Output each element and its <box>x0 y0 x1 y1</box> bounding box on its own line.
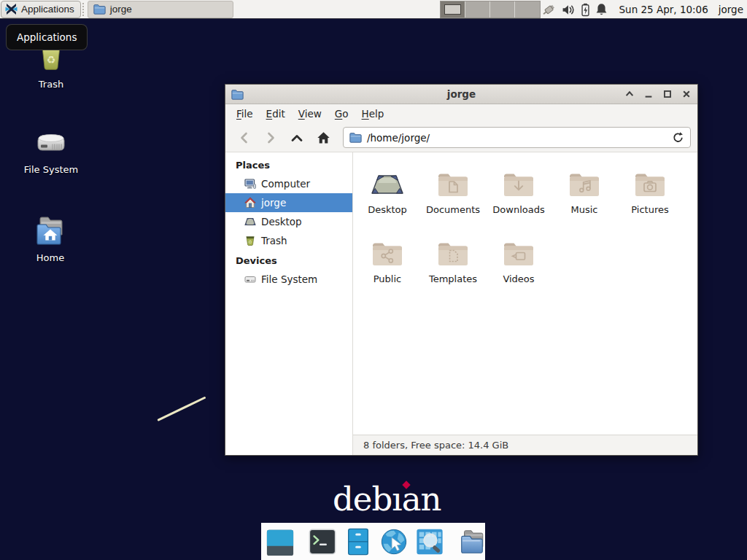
desktop-icon-filesystem[interactable]: File System <box>20 124 82 175</box>
file-item-music[interactable]: Music <box>551 162 617 231</box>
up-button[interactable] <box>285 127 309 149</box>
folder-share-icon <box>355 231 420 269</box>
menu-edit[interactable]: Edit <box>260 105 292 122</box>
dock-browser-launcher[interactable] <box>379 527 409 556</box>
file-manager-window: jorge FileEditViewGoHelp /home/jorge/ Pl… <box>225 84 698 456</box>
sidebar-item-label: jorge <box>261 197 286 209</box>
menu-view[interactable]: View <box>292 105 328 122</box>
sidebar-item-label: Trash <box>261 235 287 246</box>
file-item-videos[interactable]: Videos <box>486 231 551 300</box>
titlebar[interactable]: jorge <box>225 85 697 104</box>
drive-mini-icon <box>244 273 256 285</box>
sidebar-item-jorge[interactable]: jorge <box>225 193 352 212</box>
maximize-button[interactable] <box>662 89 673 99</box>
sidebar-header-places: Places <box>225 155 352 174</box>
computer-icon <box>244 178 256 190</box>
workspace-3[interactable] <box>490 1 515 18</box>
workspace-2[interactable] <box>465 1 490 18</box>
path-bar[interactable]: /home/jorge/ <box>343 127 691 148</box>
desktop-icon <box>355 162 420 200</box>
dock-dock-folder-launcher[interactable] <box>457 527 487 556</box>
file-item-downloads[interactable]: Downloads <box>486 162 551 231</box>
menu-go[interactable]: Go <box>328 105 355 122</box>
file-item-label: Desktop <box>355 204 420 215</box>
workspace-pager <box>440 1 541 18</box>
minimize-button[interactable] <box>643 89 654 99</box>
dock-terminal-launcher[interactable] <box>308 527 337 556</box>
applications-button[interactable]: Applications <box>1 1 81 18</box>
taskbar-button-jorge[interactable]: jorge <box>88 1 233 18</box>
debian-diamond <box>402 481 410 489</box>
file-item-desktop[interactable]: Desktop <box>355 162 420 231</box>
sidebar-item-trash[interactable]: ♻Trash <box>225 231 352 250</box>
close-button[interactable] <box>681 89 692 99</box>
volume-tray-icon[interactable] <box>562 4 576 16</box>
desktop-icon-home[interactable]: Home <box>19 212 82 263</box>
home-icon <box>19 212 82 247</box>
back-button[interactable] <box>232 127 257 149</box>
debian-logo: debıan <box>333 480 441 518</box>
file-item-pictures[interactable]: Pictures <box>617 162 683 231</box>
file-view[interactable]: DesktopDocumentsDownloadsMusicPicturesPu… <box>353 152 697 435</box>
forward-icon <box>263 131 278 145</box>
desktop-icon-label: Trash <box>20 79 82 90</box>
sidebar-item-desktop[interactable]: Desktop <box>225 212 352 231</box>
clock[interactable]: Sun 25 Apr, 10:06 <box>619 4 708 15</box>
taskbar-button-label: jorge <box>110 4 132 15</box>
window-folder-icon <box>231 89 244 100</box>
sidebar-item-computer[interactable]: Computer <box>225 174 352 193</box>
path-input[interactable]: /home/jorge/ <box>367 132 667 144</box>
file-item-public[interactable]: Public <box>355 231 420 300</box>
browser-icon <box>379 527 409 556</box>
reload-icon[interactable] <box>672 131 684 144</box>
back-icon <box>237 131 252 145</box>
show-desktop-icon <box>266 527 295 556</box>
dock-show-desktop-launcher[interactable] <box>266 527 295 556</box>
file-item-label: Pictures <box>617 204 683 215</box>
sidebar-header-devices: Devices <box>225 250 352 270</box>
sidebar-item-label: Computer <box>261 178 310 190</box>
file-item-documents[interactable]: Documents <box>420 162 486 231</box>
trash-mini-icon: ♻ <box>244 235 256 246</box>
applications-tooltip: Applications <box>6 24 88 50</box>
folder-camera-icon <box>617 162 683 200</box>
shade-button[interactable] <box>624 89 635 99</box>
desktop-icon-label: File System <box>20 164 82 175</box>
home-button[interactable] <box>311 127 336 149</box>
forward-button[interactable] <box>258 127 283 149</box>
system-tray <box>541 3 608 17</box>
toolbar: /home/jorge/ <box>225 123 697 152</box>
path-folder-icon <box>349 132 362 143</box>
workspace-4[interactable] <box>515 1 540 18</box>
network-tray-icon[interactable] <box>541 3 557 17</box>
username-label: jorge <box>719 4 743 15</box>
home-icon <box>316 131 331 145</box>
sidebar: PlacesComputerjorgeDesktop♻TrashDevicesF… <box>225 152 353 455</box>
file-cabinet-icon <box>344 527 373 556</box>
notifications-tray-icon[interactable] <box>595 3 608 16</box>
file-item-label: Videos <box>486 273 551 284</box>
workspace-window-preview <box>444 4 461 15</box>
menu-file[interactable]: File <box>230 105 260 122</box>
file-item-label: Music <box>551 204 617 215</box>
menu-help[interactable]: Help <box>355 105 391 122</box>
sidebar-item-file-system[interactable]: File System <box>225 270 352 289</box>
dock-file-cabinet-launcher[interactable] <box>344 527 373 556</box>
svg-text:♻: ♻ <box>47 54 56 66</box>
folder-template-icon <box>420 231 486 269</box>
workspace-1[interactable] <box>441 1 465 18</box>
battery-tray-icon[interactable] <box>581 3 590 17</box>
panel-handle[interactable] <box>82 3 86 16</box>
panel-right: Sun 25 Apr, 10:06 jorge <box>541 0 744 19</box>
file-item-label: Documents <box>420 204 486 215</box>
folder-music-icon <box>551 162 617 200</box>
statusbar-text: 8 folders, Free space: 14.4 GiB <box>363 440 508 451</box>
dock-app-finder-launcher[interactable] <box>415 527 444 556</box>
home-red-icon <box>244 197 256 209</box>
wallpaper-line-artifact <box>157 396 206 421</box>
file-item-templates[interactable]: Templates <box>420 231 486 300</box>
sidebar-item-label: Desktop <box>261 216 302 228</box>
folder-download-icon <box>486 162 551 200</box>
top-panel: Applications jorge Sun 25 Apr, 10:06 jor… <box>0 0 747 19</box>
desktop-mini-icon <box>244 216 256 228</box>
